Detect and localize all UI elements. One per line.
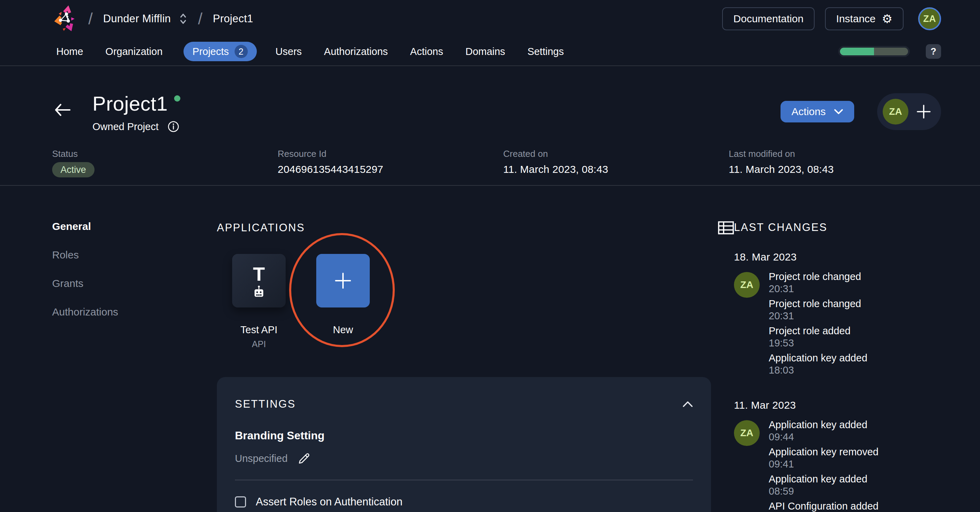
bot-icon: [251, 285, 266, 299]
tab-authorizations[interactable]: Authorizations: [323, 46, 389, 57]
change-group: 11. Mar 2023 ZA Application key added 09…: [734, 399, 942, 512]
chevron-down-icon: [834, 109, 843, 115]
unfold-more-icon: [179, 13, 188, 25]
main-nav: Home Organization Projects 2 Users Autho…: [0, 38, 980, 66]
change-date: 11. Mar 2023: [734, 399, 942, 411]
status-dot: [174, 95, 180, 102]
tab-settings[interactable]: Settings: [526, 46, 565, 57]
sidebar-item-authorizations[interactable]: Authorizations: [52, 306, 217, 318]
change-event: Application key removed 09:41: [769, 446, 878, 470]
change-avatar: ZA: [734, 272, 760, 298]
quota-progress-fill: [840, 48, 874, 55]
resource-id-value: 204696135443415297: [278, 163, 503, 175]
project-meta: Status Active Resource Id 20469613544341…: [0, 148, 980, 177]
actions-button[interactable]: Actions: [781, 101, 854, 123]
app-initial: T: [253, 263, 265, 285]
tab-actions[interactable]: Actions: [409, 46, 444, 57]
plus-icon: [333, 271, 353, 290]
change-group: 18. Mar 2023 ZA Project role changed 20:…: [734, 251, 942, 379]
change-event: Project role changed 20:31: [769, 271, 867, 295]
page-title: Project1: [92, 92, 168, 115]
gear-icon: [882, 13, 892, 25]
change-event: Application key added 09:44: [769, 419, 878, 443]
assert-roles-checkbox[interactable]: [235, 496, 246, 507]
edit-branding-button[interactable]: [298, 452, 311, 465]
tab-domains[interactable]: Domains: [464, 46, 506, 57]
app-type: API: [252, 339, 266, 349]
branding-setting-label: Branding Setting: [235, 429, 693, 442]
last-changes-title: LAST CHANGES: [734, 221, 942, 234]
instance-label: Instance: [836, 13, 875, 25]
change-event: API Configuration added 08:51: [769, 500, 878, 512]
change-event: Application key added 18:03: [769, 352, 867, 376]
settings-divider: [235, 480, 693, 480]
project-subtitle: Owned Project: [92, 121, 159, 132]
collapse-settings-button[interactable]: [682, 401, 693, 407]
change-event: Application key added 08:59: [769, 473, 878, 498]
help-button[interactable]: ?: [926, 44, 941, 59]
members-pill: ZA: [877, 93, 941, 130]
tab-organization[interactable]: Organization: [104, 46, 164, 57]
breadcrumb-project[interactable]: Project1: [213, 13, 253, 25]
back-button[interactable]: [54, 104, 71, 116]
project-header: Project1 Owned Project Actions: [0, 66, 980, 132]
member-avatar[interactable]: ZA: [883, 99, 908, 124]
resource-id-label: Resource Id: [278, 148, 503, 159]
add-member-button[interactable]: [915, 103, 932, 120]
projects-count-badge: 2: [235, 45, 248, 58]
created-on-label: Created on: [503, 148, 729, 159]
top-bar: Dunder Mifflin Project1 Documentation In…: [0, 0, 980, 38]
sidebar-item-roles[interactable]: Roles: [52, 249, 217, 261]
info-icon[interactable]: [167, 121, 179, 132]
tab-projects-label: Projects: [192, 46, 229, 57]
documentation-label: Documentation: [733, 13, 803, 25]
branding-setting-value: Unspecified: [235, 453, 288, 464]
project-side-nav: General Roles Grants Authorizations: [52, 186, 217, 335]
app-tile-test-api[interactable]: T: [232, 254, 286, 308]
application-tiles: T Test API: [217, 254, 734, 349]
status-label: Status: [52, 148, 278, 159]
instance-button[interactable]: Instance: [825, 7, 904, 30]
sidebar-item-grants[interactable]: Grants: [52, 278, 217, 289]
tab-users[interactable]: Users: [274, 46, 303, 57]
quota-progress-bar: [838, 46, 910, 57]
applications-title: APPLICATIONS: [217, 222, 305, 234]
org-name: Dunder Mifflin: [103, 13, 171, 25]
user-avatar[interactable]: ZA: [918, 7, 941, 30]
last-changes-panel: LAST CHANGES 18. Mar 2023 ZA Project rol…: [734, 186, 942, 512]
change-date: 18. Mar 2023: [734, 251, 942, 263]
sidebar-item-general[interactable]: General: [52, 220, 217, 232]
new-app-label: New: [333, 324, 353, 336]
actions-button-label: Actions: [792, 106, 826, 118]
breadcrumb-separator: [88, 10, 93, 28]
table-view-toggle[interactable]: [718, 221, 734, 234]
settings-card: SETTINGS Branding Setting Unspecified: [217, 377, 711, 512]
change-event: Project role added 19:53: [769, 325, 867, 349]
documentation-button[interactable]: Documentation: [722, 7, 815, 30]
new-app-tile[interactable]: [316, 254, 370, 308]
org-switcher[interactable]: Dunder Mifflin: [103, 13, 188, 25]
change-avatar: ZA: [734, 420, 760, 446]
zitadel-logo[interactable]: [52, 5, 78, 32]
tab-home[interactable]: Home: [55, 46, 84, 57]
breadcrumb-separator: [198, 10, 203, 28]
settings-title: SETTINGS: [235, 398, 296, 410]
created-on-value: 11. March 2023, 08:43: [503, 163, 729, 175]
last-modified-label: Last modified on: [729, 148, 954, 159]
assert-roles-label: Assert Roles on Authentication: [256, 496, 402, 508]
app-name: Test API: [240, 324, 277, 336]
change-event: Project role changed 20:31: [769, 298, 867, 322]
last-modified-value: 11. March 2023, 08:43: [729, 163, 954, 175]
tab-projects[interactable]: Projects 2: [183, 42, 257, 61]
status-badge: Active: [52, 162, 94, 177]
